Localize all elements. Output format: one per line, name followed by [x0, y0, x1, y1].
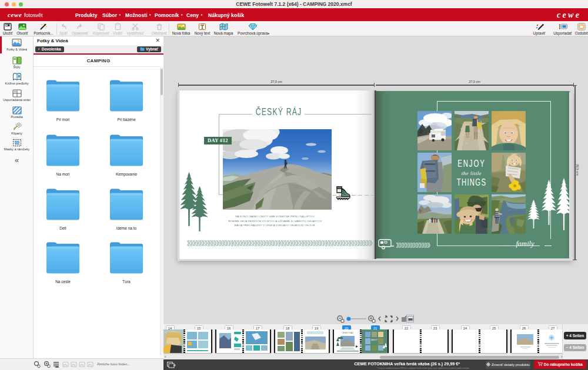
svg-text:cewe: cewe	[8, 11, 22, 18]
svg-text:ENJOY: ENJOY	[371, 339, 378, 341]
svg-text:cewe: cewe	[557, 11, 579, 19]
svg-text:ČESKÝ RÁJ: ČESKÝ RÁJ	[342, 331, 353, 334]
